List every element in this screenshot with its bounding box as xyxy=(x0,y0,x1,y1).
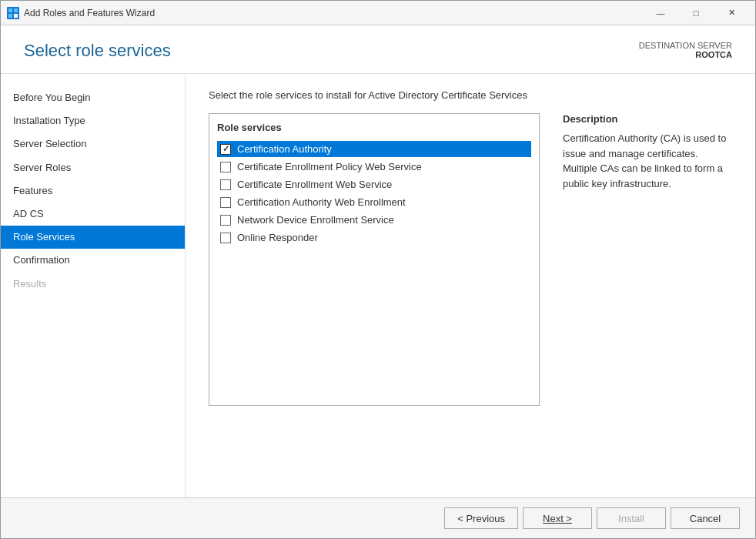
sidebar-item-before-you-begin[interactable]: Before You Begin xyxy=(1,86,185,109)
role-services-panel: Role services Certification AuthorityCer… xyxy=(209,113,540,406)
columns: Role services Certification AuthorityCer… xyxy=(209,113,732,406)
role-service-item[interactable]: Certificate Enrollment Web Service xyxy=(217,176,531,192)
destination-info: DESTINATION SERVER ROOTCA xyxy=(639,41,732,59)
checkbox-label: Certification Authority Web Enrollment xyxy=(237,196,406,208)
svg-rect-1 xyxy=(14,8,18,12)
description-text: Certification Authority (CA) is used to … xyxy=(563,131,732,191)
sidebar-item-features[interactable]: Features xyxy=(1,179,185,203)
svg-rect-3 xyxy=(14,14,18,18)
role-service-item[interactable]: Network Device Enrollment Service xyxy=(217,212,531,228)
sidebar: Before You BeginInstallation TypeServer … xyxy=(1,74,186,497)
checkbox-label: Certificate Enrollment Policy Web Servic… xyxy=(237,161,422,172)
role-services-list: Certification AuthorityCertificate Enrol… xyxy=(217,141,531,246)
sidebar-item-results: Results xyxy=(1,273,185,296)
svg-rect-2 xyxy=(8,14,12,18)
checkbox[interactable] xyxy=(220,215,231,226)
sidebar-item-confirmation[interactable]: Confirmation xyxy=(1,249,185,272)
content-area: Select role services DESTINATION SERVER … xyxy=(1,25,755,497)
role-services-heading: Role services xyxy=(217,122,531,133)
checkbox-label: Certificate Enrollment Web Service xyxy=(237,179,392,190)
close-button[interactable]: ✕ xyxy=(714,1,749,25)
minimize-button[interactable]: — xyxy=(643,1,678,25)
app-icon xyxy=(7,7,19,19)
sidebar-item-server-selection[interactable]: Server Selection xyxy=(1,132,185,156)
checkbox[interactable] xyxy=(220,179,231,190)
maximize-button[interactable]: □ xyxy=(678,1,714,25)
sidebar-item-ad-cs[interactable]: AD CS xyxy=(1,203,185,226)
page-title: Select role services xyxy=(24,41,171,61)
window-title: Add Roles and Features Wizard xyxy=(24,8,643,18)
svg-rect-0 xyxy=(8,8,12,12)
previous-button[interactable]: < Previous xyxy=(444,507,518,529)
checkbox[interactable] xyxy=(220,162,231,172)
instruction-text: Select the role services to install for … xyxy=(209,89,732,101)
checkbox-label: Online Responder xyxy=(237,232,318,243)
checkbox[interactable] xyxy=(220,233,231,243)
sidebar-item-role-services[interactable]: Role Services xyxy=(1,226,185,249)
wizard-window: Add Roles and Features Wizard — □ ✕ Sele… xyxy=(0,0,756,539)
description-panel: Description Certification Authority (CA)… xyxy=(563,113,732,406)
window-controls: — □ ✕ xyxy=(643,1,749,25)
cancel-button[interactable]: Cancel xyxy=(671,507,740,529)
checkbox[interactable] xyxy=(220,197,231,208)
role-service-item[interactable]: Certification Authority xyxy=(217,141,531,157)
checkbox-label: Certification Authority xyxy=(237,143,332,155)
title-bar: Add Roles and Features Wizard — □ ✕ xyxy=(1,1,755,25)
main-content: Select the role services to install for … xyxy=(186,74,755,497)
role-service-item[interactable]: Online Responder xyxy=(217,229,531,246)
next-button[interactable]: Next > xyxy=(523,507,592,529)
sidebar-item-installation-type[interactable]: Installation Type xyxy=(1,109,185,132)
main-body: Before You BeginInstallation TypeServer … xyxy=(1,74,755,497)
role-service-item[interactable]: Certificate Enrollment Policy Web Servic… xyxy=(217,159,531,175)
page-header: Select role services DESTINATION SERVER … xyxy=(1,25,755,74)
role-service-item[interactable]: Certification Authority Web Enrollment xyxy=(217,194,531,210)
checkbox-label: Network Device Enrollment Service xyxy=(237,214,394,226)
sidebar-item-server-roles[interactable]: Server Roles xyxy=(1,156,185,179)
destination-server-name: ROOTCA xyxy=(639,50,732,59)
description-heading: Description xyxy=(563,113,732,125)
destination-label: DESTINATION SERVER xyxy=(639,41,732,50)
install-button[interactable]: Install xyxy=(597,507,666,529)
footer: < Previous Next > Install Cancel xyxy=(1,497,755,538)
checkbox[interactable] xyxy=(220,144,231,155)
